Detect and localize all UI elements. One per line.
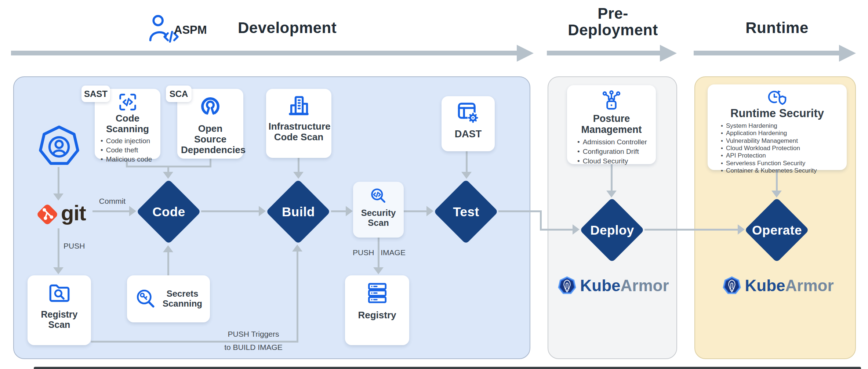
pre-deployment-phase-arrow <box>547 51 660 55</box>
registry-scan-icon <box>48 282 71 305</box>
build-to-securityscan-line <box>331 210 346 212</box>
git-to-code-line <box>92 210 130 212</box>
securityscan-to-test-line <box>404 210 427 212</box>
registry-title: Registry <box>358 310 396 321</box>
aspm-label: ASPM <box>174 23 207 37</box>
test-to-deploy-vline <box>540 210 542 231</box>
test-to-deploy-hline2 <box>540 229 573 231</box>
git-push-line <box>58 228 59 268</box>
runtime-security-title: Runtime Security <box>730 107 824 120</box>
pre-line1: Pre- <box>563 5 662 22</box>
code-stage-label: Code <box>136 204 202 220</box>
phase-title-pre-deployment: Pre- Deployment <box>563 5 662 39</box>
infra-to-build-arrowhead-icon <box>293 172 304 179</box>
registryscan-to-build-arrowhead-icon <box>292 245 302 252</box>
git-to-code-arrowhead-icon <box>129 206 136 216</box>
build-to-securityscan-arrowhead-icon <box>346 206 353 216</box>
operate-stage-label: Operate <box>744 222 810 238</box>
devsecops-pipeline-diagram: ASPM Development Pre- Deployment Runtime… <box>0 0 868 369</box>
code-to-build-arrowhead-icon <box>259 206 266 216</box>
kubearmor-logo-runtime: KubeArmor <box>726 275 830 297</box>
code-scanning-title: Code Scanning <box>104 113 152 134</box>
pre-line2: Deployment <box>563 22 662 38</box>
open-source-icon <box>199 96 221 118</box>
runtime-security-card: Runtime Security System Hardening Applic… <box>708 84 847 170</box>
security-scan-icon <box>369 187 388 206</box>
kubearmor-kube-text: Kube <box>745 276 785 295</box>
git-logo-icon <box>35 202 59 227</box>
push-triggers-label-line2: to BUILD IMAGE <box>216 343 291 352</box>
pre-deployment-phase-arrowhead-icon <box>660 45 677 62</box>
dast-to-test-arrowhead-icon <box>461 172 472 179</box>
runtime-security-bullet: API Protection <box>721 152 817 159</box>
runtime-security-bullet: System Hardening <box>721 122 817 130</box>
code-scanning-bullet: Code theft <box>101 145 152 155</box>
kubearmor-badge-icon <box>557 276 577 296</box>
open-source-title: Open Source Dependencies <box>181 123 240 155</box>
posture-bullet: Admission Controller <box>577 137 647 147</box>
registry-scan-title: Registry Scan <box>39 309 80 330</box>
kubearmor-kube-text: Kube <box>580 276 620 295</box>
test-to-deploy-hline1 <box>498 210 542 212</box>
infrastructure-title: Infrastructure Code Scan <box>269 121 329 142</box>
infrastructure-card: Infrastructure Code Scan <box>266 89 331 158</box>
push-image-arrowhead-icon <box>373 267 384 274</box>
push-label: PUSH <box>63 242 85 250</box>
infra-to-build-line <box>298 158 299 173</box>
posture-management-card: Posture Management Admission Controller … <box>567 85 656 164</box>
git-logo-text: git <box>61 200 86 225</box>
posture-to-deploy-line <box>611 164 613 191</box>
code-scanning-bullet: Code injection <box>101 136 152 145</box>
phase-title-development: Development <box>238 19 337 37</box>
bottom-cutoff-strip <box>34 367 861 369</box>
registry-icon <box>366 282 389 305</box>
code-to-build-line <box>201 210 259 212</box>
runtime-security-bullet: Serverless Function Security <box>721 160 817 167</box>
registryscan-to-build-hline <box>91 341 298 343</box>
dast-to-test-line <box>466 151 468 173</box>
development-phase-arrowhead-icon <box>517 45 534 62</box>
git-push-arrowhead-icon <box>53 267 63 274</box>
kubearmor-logo-predeploy: KubeArmor <box>561 275 665 297</box>
secrets-scanning-card: Secrets Scanning <box>127 275 210 322</box>
sca-badge: SCA <box>166 86 192 102</box>
deploy-stage-label: Deploy <box>579 222 645 238</box>
push-image-label: PUSH IMAGE <box>342 248 416 257</box>
runtime-security-bullet: Vulnerability Management <box>721 137 817 145</box>
registry-scan-card: Registry Scan <box>28 275 91 345</box>
kubearmor-armor-text: Armor <box>620 276 669 295</box>
kubearmor-badge-icon <box>722 276 742 296</box>
building-icon <box>288 95 310 117</box>
user-to-git-line <box>58 167 59 194</box>
registry-card: Registry <box>345 275 409 345</box>
test-to-deploy-arrowhead-icon <box>573 224 580 235</box>
runtime-phase-arrow <box>694 51 839 55</box>
developer-avatar-icon <box>38 125 80 167</box>
security-scan-card: Security Scan <box>353 182 404 238</box>
securityscan-to-test-arrowhead-icon <box>426 206 433 216</box>
join-to-code-arrowhead-icon <box>163 172 173 179</box>
secrets-scanning-title: Secrets Scanning <box>162 289 203 309</box>
commit-label: Commit <box>90 197 134 206</box>
build-stage-label: Build <box>265 204 331 220</box>
runtime-phase-arrowhead-icon <box>839 45 856 62</box>
runtime-security-bullet: Cloud Workload Protection <box>721 145 817 152</box>
sast-badge: SAST <box>81 86 110 102</box>
push-triggers-label-line1: PUSH Triggers <box>216 330 291 339</box>
secrets-scanning-icon <box>134 287 157 310</box>
runtime-security-bullet: Container & Kubernetes Security <box>721 167 817 174</box>
registryscan-to-build-vline <box>297 252 298 343</box>
runtime-security-bullet: Application Hardening <box>721 130 817 137</box>
user-to-git-arrowhead-icon <box>53 193 63 200</box>
development-phase-arrow <box>11 51 517 55</box>
runtimesec-to-operate-arrowhead-icon <box>771 191 782 198</box>
deploy-to-operate-line <box>644 229 738 231</box>
secrets-to-code-line <box>167 252 169 275</box>
dast-title: DAST <box>455 129 482 140</box>
dast-icon <box>457 101 480 125</box>
code-scanning-icon <box>118 93 137 112</box>
test-stage-label: Test <box>433 204 499 220</box>
dast-card: DAST <box>442 96 495 151</box>
posture-management-icon <box>601 90 622 112</box>
posture-bullet: Configuration Drift <box>577 147 647 156</box>
